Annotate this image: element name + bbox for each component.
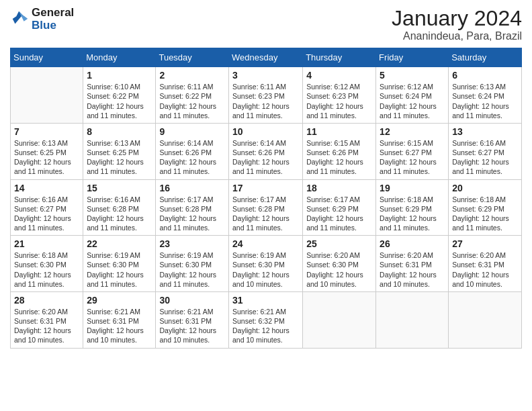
calendar-cell — [449, 291, 522, 348]
calendar-cell: 22Sunrise: 6:19 AMSunset: 6:30 PMDayligh… — [83, 236, 156, 292]
calendar-cell — [11, 67, 83, 124]
day-number: 17 — [232, 183, 299, 193]
day-number: 25 — [306, 238, 372, 249]
day-number: 1 — [87, 70, 152, 81]
day-info: Sunrise: 6:12 AMSunset: 6:24 PMDaylight:… — [380, 82, 445, 120]
day-number: 5 — [380, 70, 445, 81]
header: General Blue January 2024 Ananindeua, Pa… — [10, 7, 522, 42]
day-info: Sunrise: 6:19 AMSunset: 6:30 PMDaylight:… — [159, 250, 225, 289]
day-number: 16 — [159, 183, 225, 193]
day-info: Sunrise: 6:16 AMSunset: 6:27 PMDaylight:… — [14, 195, 79, 233]
calendar-cell: 9Sunrise: 6:14 AMSunset: 6:26 PMDaylight… — [156, 123, 229, 179]
day-info: Sunrise: 6:11 AMSunset: 6:22 PMDaylight:… — [159, 82, 225, 120]
week-row-4: 21Sunrise: 6:18 AMSunset: 6:30 PMDayligh… — [11, 236, 522, 292]
day-number: 30 — [159, 295, 225, 306]
day-number: 29 — [87, 295, 152, 306]
day-info: Sunrise: 6:17 AMSunset: 6:29 PMDaylight:… — [306, 195, 372, 233]
calendar-cell: 5Sunrise: 6:12 AMSunset: 6:24 PMDaylight… — [376, 67, 449, 124]
day-number: 3 — [232, 70, 299, 81]
week-row-1: 1Sunrise: 6:10 AMSunset: 6:22 PMDaylight… — [11, 67, 522, 124]
weekday-header-monday: Monday — [83, 48, 156, 67]
weekday-header-wednesday: Wednesday — [229, 48, 303, 67]
weekday-header-friday: Friday — [376, 48, 449, 67]
day-info: Sunrise: 6:10 AMSunset: 6:22 PMDaylight:… — [87, 82, 152, 120]
day-number: 12 — [380, 126, 445, 137]
day-info: Sunrise: 6:18 AMSunset: 6:29 PMDaylight:… — [380, 195, 445, 233]
day-info: Sunrise: 6:15 AMSunset: 6:26 PMDaylight:… — [306, 138, 372, 177]
calendar-cell: 15Sunrise: 6:16 AMSunset: 6:28 PMDayligh… — [83, 179, 156, 236]
day-info: Sunrise: 6:17 AMSunset: 6:28 PMDaylight:… — [232, 195, 299, 233]
day-number: 21 — [14, 238, 79, 249]
calendar-cell: 20Sunrise: 6:18 AMSunset: 6:29 PMDayligh… — [449, 179, 522, 236]
weekday-header-sunday: Sunday — [11, 48, 83, 67]
day-info: Sunrise: 6:21 AMSunset: 6:31 PMDaylight:… — [159, 307, 225, 345]
day-number: 26 — [380, 238, 445, 249]
logo-icon — [10, 10, 29, 29]
calendar-cell: 12Sunrise: 6:15 AMSunset: 6:27 PMDayligh… — [376, 123, 449, 179]
day-info: Sunrise: 6:20 AMSunset: 6:31 PMDaylight:… — [14, 307, 79, 345]
day-number: 24 — [232, 238, 299, 249]
day-number: 15 — [87, 183, 152, 193]
calendar-cell: 14Sunrise: 6:16 AMSunset: 6:27 PMDayligh… — [11, 179, 83, 236]
calendar-cell: 26Sunrise: 6:20 AMSunset: 6:31 PMDayligh… — [376, 236, 449, 292]
day-info: Sunrise: 6:11 AMSunset: 6:23 PMDaylight:… — [232, 82, 299, 120]
day-info: Sunrise: 6:16 AMSunset: 6:28 PMDaylight:… — [87, 195, 152, 233]
day-number: 14 — [14, 183, 79, 193]
logo-text-general: General — [32, 7, 74, 19]
calendar-cell: 25Sunrise: 6:20 AMSunset: 6:30 PMDayligh… — [303, 236, 376, 292]
calendar-cell: 27Sunrise: 6:20 AMSunset: 6:31 PMDayligh… — [449, 236, 522, 292]
month-title: January 2024 — [392, 7, 522, 30]
week-row-5: 28Sunrise: 6:20 AMSunset: 6:31 PMDayligh… — [11, 291, 522, 348]
day-number: 6 — [452, 70, 518, 81]
day-info: Sunrise: 6:20 AMSunset: 6:31 PMDaylight:… — [380, 250, 445, 289]
calendar-cell: 7Sunrise: 6:13 AMSunset: 6:25 PMDaylight… — [11, 123, 83, 179]
calendar-cell: 17Sunrise: 6:17 AMSunset: 6:28 PMDayligh… — [229, 179, 303, 236]
day-number: 8 — [87, 126, 152, 137]
day-info: Sunrise: 6:18 AMSunset: 6:30 PMDaylight:… — [14, 250, 79, 289]
week-row-2: 7Sunrise: 6:13 AMSunset: 6:25 PMDaylight… — [11, 123, 522, 179]
calendar-table: SundayMondayTuesdayWednesdayThursdayFrid… — [10, 48, 522, 348]
day-info: Sunrise: 6:18 AMSunset: 6:29 PMDaylight:… — [452, 195, 518, 233]
day-info: Sunrise: 6:17 AMSunset: 6:28 PMDaylight:… — [159, 195, 225, 233]
day-number: 4 — [306, 70, 372, 81]
logo: General Blue — [10, 7, 74, 32]
location-title: Ananindeua, Para, Brazil — [392, 30, 522, 42]
day-number: 27 — [452, 238, 518, 249]
calendar-cell — [303, 291, 376, 348]
calendar-cell: 6Sunrise: 6:13 AMSunset: 6:24 PMDaylight… — [449, 67, 522, 124]
day-info: Sunrise: 6:13 AMSunset: 6:24 PMDaylight:… — [452, 82, 518, 120]
calendar-cell: 13Sunrise: 6:16 AMSunset: 6:27 PMDayligh… — [449, 123, 522, 179]
calendar-cell: 11Sunrise: 6:15 AMSunset: 6:26 PMDayligh… — [303, 123, 376, 179]
weekday-header-saturday: Saturday — [449, 48, 522, 67]
calendar-cell: 3Sunrise: 6:11 AMSunset: 6:23 PMDaylight… — [229, 67, 303, 124]
logo-text-blue: Blue — [32, 19, 74, 32]
calendar-cell: 31Sunrise: 6:21 AMSunset: 6:32 PMDayligh… — [229, 291, 303, 348]
weekday-header-row: SundayMondayTuesdayWednesdayThursdayFrid… — [11, 48, 522, 67]
day-info: Sunrise: 6:21 AMSunset: 6:31 PMDaylight:… — [87, 307, 152, 345]
calendar-cell — [376, 291, 449, 348]
calendar-cell: 28Sunrise: 6:20 AMSunset: 6:31 PMDayligh… — [11, 291, 83, 348]
calendar-cell: 24Sunrise: 6:19 AMSunset: 6:30 PMDayligh… — [229, 236, 303, 292]
day-info: Sunrise: 6:12 AMSunset: 6:23 PMDaylight:… — [306, 82, 372, 120]
day-number: 28 — [14, 295, 79, 306]
calendar-cell: 16Sunrise: 6:17 AMSunset: 6:28 PMDayligh… — [156, 179, 229, 236]
day-info: Sunrise: 6:14 AMSunset: 6:26 PMDaylight:… — [159, 138, 225, 177]
day-info: Sunrise: 6:20 AMSunset: 6:31 PMDaylight:… — [452, 250, 518, 289]
day-number: 13 — [452, 126, 518, 137]
day-number: 7 — [14, 126, 79, 137]
calendar-cell: 10Sunrise: 6:14 AMSunset: 6:26 PMDayligh… — [229, 123, 303, 179]
day-number: 2 — [159, 70, 225, 81]
day-number: 9 — [159, 126, 225, 137]
day-info: Sunrise: 6:13 AMSunset: 6:25 PMDaylight:… — [87, 138, 152, 177]
calendar-cell: 1Sunrise: 6:10 AMSunset: 6:22 PMDaylight… — [83, 67, 156, 124]
day-number: 23 — [159, 238, 225, 249]
day-info: Sunrise: 6:20 AMSunset: 6:30 PMDaylight:… — [306, 250, 372, 289]
day-info: Sunrise: 6:19 AMSunset: 6:30 PMDaylight:… — [87, 250, 152, 289]
calendar-cell: 8Sunrise: 6:13 AMSunset: 6:25 PMDaylight… — [83, 123, 156, 179]
day-info: Sunrise: 6:14 AMSunset: 6:26 PMDaylight:… — [232, 138, 299, 177]
weekday-header-thursday: Thursday — [303, 48, 376, 67]
calendar-cell: 4Sunrise: 6:12 AMSunset: 6:23 PMDaylight… — [303, 67, 376, 124]
day-number: 31 — [232, 295, 299, 306]
calendar-cell: 19Sunrise: 6:18 AMSunset: 6:29 PMDayligh… — [376, 179, 449, 236]
day-info: Sunrise: 6:16 AMSunset: 6:27 PMDaylight:… — [452, 138, 518, 177]
